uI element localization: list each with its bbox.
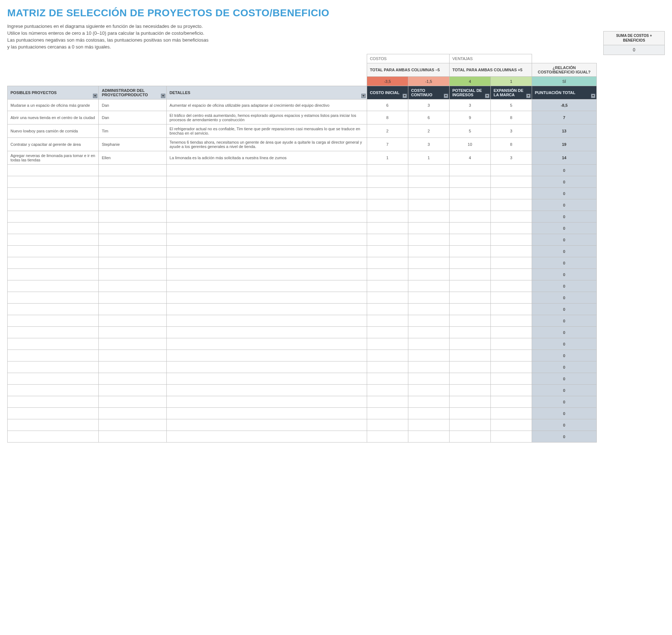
cell-cost-initial[interactable] xyxy=(367,199,408,211)
cell-details[interactable] xyxy=(166,385,367,396)
cell-rev-potential[interactable]: 3 xyxy=(449,100,490,111)
cell-details[interactable]: Aumentar el espacio de oficina utilizabl… xyxy=(166,100,367,111)
cell-rev-potential[interactable]: 4 xyxy=(449,151,490,165)
cell-project[interactable] xyxy=(8,373,99,385)
cell-details[interactable] xyxy=(166,338,367,350)
cell-brand-expansion[interactable] xyxy=(490,419,532,431)
cell-brand-expansion[interactable] xyxy=(490,223,532,234)
cell-project[interactable] xyxy=(8,304,99,315)
cell-brand-expansion[interactable] xyxy=(490,408,532,419)
cell-brand-expansion[interactable] xyxy=(490,304,532,315)
cell-admin[interactable] xyxy=(99,165,166,176)
cell-rev-potential[interactable] xyxy=(449,257,490,269)
cell-project[interactable] xyxy=(8,199,99,211)
cell-rev-potential[interactable] xyxy=(449,211,490,223)
col-details[interactable]: DETALLES xyxy=(166,86,367,100)
cell-admin[interactable] xyxy=(99,396,166,408)
cell-rev-potential[interactable] xyxy=(449,292,490,304)
cell-cost-initial[interactable]: 8 xyxy=(367,111,408,124)
cell-project[interactable] xyxy=(8,176,99,188)
cell-brand-expansion[interactable] xyxy=(490,327,532,338)
cell-details[interactable] xyxy=(166,419,367,431)
cell-brand-expansion[interactable] xyxy=(490,361,532,373)
cell-brand-expansion[interactable] xyxy=(490,211,532,223)
cell-rev-potential[interactable] xyxy=(449,408,490,419)
filter-icon[interactable] xyxy=(403,94,407,98)
cell-cost-initial[interactable]: 7 xyxy=(367,138,408,151)
cell-admin[interactable] xyxy=(99,408,166,419)
cell-brand-expansion[interactable]: 8 xyxy=(490,138,532,151)
cell-cost-ongoing[interactable] xyxy=(408,408,449,419)
cell-admin[interactable] xyxy=(99,385,166,396)
cell-project[interactable] xyxy=(8,396,99,408)
cell-cost-initial[interactable] xyxy=(367,188,408,199)
cell-admin[interactable] xyxy=(99,338,166,350)
cell-details[interactable] xyxy=(166,211,367,223)
cell-project[interactable] xyxy=(8,327,99,338)
filter-icon[interactable] xyxy=(93,94,97,98)
filter-icon[interactable] xyxy=(591,94,595,98)
cell-rev-potential[interactable]: 5 xyxy=(449,124,490,138)
cell-cost-ongoing[interactable] xyxy=(408,327,449,338)
cell-project[interactable] xyxy=(8,211,99,223)
cell-cost-ongoing[interactable] xyxy=(408,396,449,408)
cell-rev-potential[interactable] xyxy=(449,280,490,292)
cell-admin[interactable] xyxy=(99,234,166,246)
cell-details[interactable]: El refrigerador actual no es confiable, … xyxy=(166,124,367,138)
cell-project[interactable] xyxy=(8,246,99,257)
cell-rev-potential[interactable] xyxy=(449,361,490,373)
cell-cost-ongoing[interactable] xyxy=(408,292,449,304)
cell-brand-expansion[interactable] xyxy=(490,280,532,292)
cell-rev-potential[interactable] xyxy=(449,199,490,211)
cell-cost-initial[interactable] xyxy=(367,408,408,419)
cell-cost-ongoing[interactable] xyxy=(408,304,449,315)
cell-cost-ongoing[interactable] xyxy=(408,315,449,327)
cell-cost-ongoing[interactable] xyxy=(408,199,449,211)
cell-brand-expansion[interactable] xyxy=(490,199,532,211)
cell-cost-initial[interactable] xyxy=(367,257,408,269)
cell-details[interactable] xyxy=(166,223,367,234)
cell-details[interactable] xyxy=(166,431,367,443)
cell-brand-expansion[interactable] xyxy=(490,396,532,408)
cell-rev-potential[interactable] xyxy=(449,223,490,234)
cell-admin[interactable] xyxy=(99,188,166,199)
cell-admin[interactable]: Stephanie xyxy=(99,138,166,151)
cell-cost-ongoing[interactable] xyxy=(408,257,449,269)
cell-brand-expansion[interactable] xyxy=(490,246,532,257)
cell-project[interactable] xyxy=(8,292,99,304)
cell-rev-potential[interactable] xyxy=(449,338,490,350)
cell-rev-potential[interactable] xyxy=(449,315,490,327)
cell-project[interactable]: Mudarse a un espacio de oficina más gran… xyxy=(8,100,99,111)
cell-rev-potential[interactable] xyxy=(449,373,490,385)
cell-rev-potential[interactable]: 10 xyxy=(449,138,490,151)
cell-project[interactable]: Nuevo lowboy para camión de comida xyxy=(8,124,99,138)
cell-project[interactable] xyxy=(8,257,99,269)
cell-cost-ongoing[interactable] xyxy=(408,165,449,176)
cell-project[interactable] xyxy=(8,188,99,199)
cell-cost-ongoing[interactable] xyxy=(408,338,449,350)
cell-rev-potential[interactable] xyxy=(449,396,490,408)
col-brand-expansion[interactable]: EXPANSIÓN DE LA MARCA xyxy=(490,86,532,100)
cell-cost-initial[interactable] xyxy=(367,176,408,188)
cell-details[interactable] xyxy=(166,246,367,257)
cell-admin[interactable] xyxy=(99,246,166,257)
cell-admin[interactable] xyxy=(99,431,166,443)
cell-project[interactable] xyxy=(8,269,99,280)
cell-rev-potential[interactable] xyxy=(449,269,490,280)
cell-cost-initial[interactable] xyxy=(367,350,408,361)
col-cost-ongoing[interactable]: COSTO CONTINUO xyxy=(408,86,449,100)
cell-details[interactable] xyxy=(166,408,367,419)
cell-brand-expansion[interactable] xyxy=(490,234,532,246)
cell-brand-expansion[interactable] xyxy=(490,373,532,385)
cell-details[interactable] xyxy=(166,327,367,338)
cell-brand-expansion[interactable] xyxy=(490,292,532,304)
cell-project[interactable]: Agregar neveras de limonada para tomar e… xyxy=(8,151,99,165)
cell-admin[interactable] xyxy=(99,257,166,269)
cell-cost-ongoing[interactable]: 3 xyxy=(408,138,449,151)
cell-cost-ongoing[interactable] xyxy=(408,361,449,373)
cell-brand-expansion[interactable] xyxy=(490,385,532,396)
cell-project[interactable] xyxy=(8,223,99,234)
cell-details[interactable] xyxy=(166,304,367,315)
cell-cost-ongoing[interactable] xyxy=(408,385,449,396)
cell-rev-potential[interactable] xyxy=(449,234,490,246)
